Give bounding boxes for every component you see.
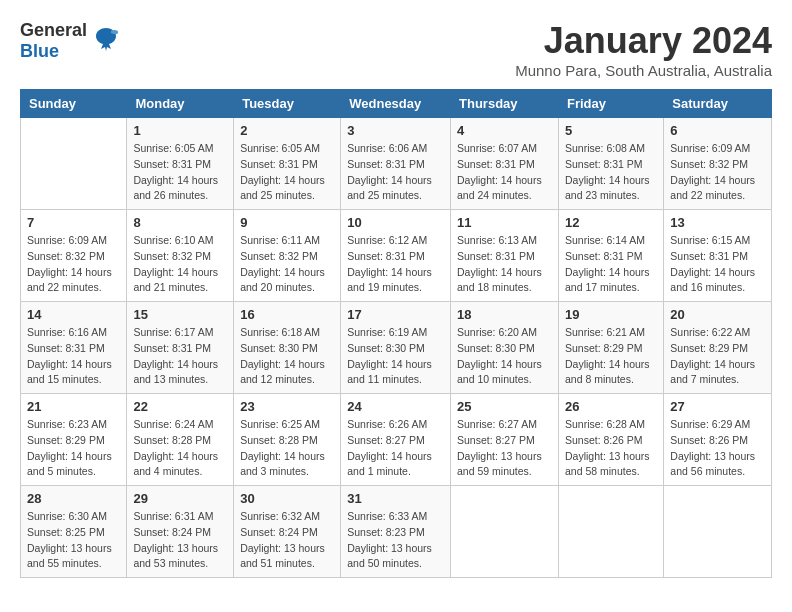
day-number: 27 — [670, 399, 765, 414]
day-number: 15 — [133, 307, 227, 322]
calendar-cell: 28Sunrise: 6:30 AM Sunset: 8:25 PM Dayli… — [21, 486, 127, 578]
day-number: 30 — [240, 491, 334, 506]
calendar-cell: 9Sunrise: 6:11 AM Sunset: 8:32 PM Daylig… — [234, 210, 341, 302]
day-info: Sunrise: 6:11 AM Sunset: 8:32 PM Dayligh… — [240, 233, 334, 296]
day-number: 28 — [27, 491, 120, 506]
calendar-cell: 15Sunrise: 6:17 AM Sunset: 8:31 PM Dayli… — [127, 302, 234, 394]
day-info: Sunrise: 6:23 AM Sunset: 8:29 PM Dayligh… — [27, 417, 120, 480]
calendar-cell: 8Sunrise: 6:10 AM Sunset: 8:32 PM Daylig… — [127, 210, 234, 302]
calendar-cell — [21, 118, 127, 210]
day-info: Sunrise: 6:21 AM Sunset: 8:29 PM Dayligh… — [565, 325, 657, 388]
calendar-cell: 23Sunrise: 6:25 AM Sunset: 8:28 PM Dayli… — [234, 394, 341, 486]
calendar-cell: 10Sunrise: 6:12 AM Sunset: 8:31 PM Dayli… — [341, 210, 451, 302]
day-info: Sunrise: 6:24 AM Sunset: 8:28 PM Dayligh… — [133, 417, 227, 480]
calendar-cell: 1Sunrise: 6:05 AM Sunset: 8:31 PM Daylig… — [127, 118, 234, 210]
calendar-cell: 7Sunrise: 6:09 AM Sunset: 8:32 PM Daylig… — [21, 210, 127, 302]
day-number: 23 — [240, 399, 334, 414]
calendar-table: SundayMondayTuesdayWednesdayThursdayFrid… — [20, 89, 772, 578]
day-number: 18 — [457, 307, 552, 322]
day-number: 5 — [565, 123, 657, 138]
day-number: 3 — [347, 123, 444, 138]
weekday-header-saturday: Saturday — [664, 90, 772, 118]
day-info: Sunrise: 6:29 AM Sunset: 8:26 PM Dayligh… — [670, 417, 765, 480]
calendar-cell: 17Sunrise: 6:19 AM Sunset: 8:30 PM Dayli… — [341, 302, 451, 394]
calendar-week-row: 1Sunrise: 6:05 AM Sunset: 8:31 PM Daylig… — [21, 118, 772, 210]
day-number: 10 — [347, 215, 444, 230]
calendar-cell: 14Sunrise: 6:16 AM Sunset: 8:31 PM Dayli… — [21, 302, 127, 394]
day-info: Sunrise: 6:17 AM Sunset: 8:31 PM Dayligh… — [133, 325, 227, 388]
day-info: Sunrise: 6:10 AM Sunset: 8:32 PM Dayligh… — [133, 233, 227, 296]
calendar-cell: 24Sunrise: 6:26 AM Sunset: 8:27 PM Dayli… — [341, 394, 451, 486]
day-info: Sunrise: 6:22 AM Sunset: 8:29 PM Dayligh… — [670, 325, 765, 388]
calendar-cell: 27Sunrise: 6:29 AM Sunset: 8:26 PM Dayli… — [664, 394, 772, 486]
day-number: 12 — [565, 215, 657, 230]
calendar-cell — [451, 486, 559, 578]
day-number: 2 — [240, 123, 334, 138]
day-number: 11 — [457, 215, 552, 230]
calendar-cell: 6Sunrise: 6:09 AM Sunset: 8:32 PM Daylig… — [664, 118, 772, 210]
day-number: 4 — [457, 123, 552, 138]
calendar-cell: 31Sunrise: 6:33 AM Sunset: 8:23 PM Dayli… — [341, 486, 451, 578]
calendar-cell: 3Sunrise: 6:06 AM Sunset: 8:31 PM Daylig… — [341, 118, 451, 210]
day-info: Sunrise: 6:30 AM Sunset: 8:25 PM Dayligh… — [27, 509, 120, 572]
day-number: 17 — [347, 307, 444, 322]
day-info: Sunrise: 6:05 AM Sunset: 8:31 PM Dayligh… — [240, 141, 334, 204]
day-number: 26 — [565, 399, 657, 414]
day-info: Sunrise: 6:32 AM Sunset: 8:24 PM Dayligh… — [240, 509, 334, 572]
title-block: January 2024 Munno Para, South Australia… — [515, 20, 772, 79]
calendar-cell — [558, 486, 663, 578]
day-number: 6 — [670, 123, 765, 138]
weekday-header-sunday: Sunday — [21, 90, 127, 118]
day-info: Sunrise: 6:18 AM Sunset: 8:30 PM Dayligh… — [240, 325, 334, 388]
weekday-header-row: SundayMondayTuesdayWednesdayThursdayFrid… — [21, 90, 772, 118]
calendar-cell: 29Sunrise: 6:31 AM Sunset: 8:24 PM Dayli… — [127, 486, 234, 578]
day-info: Sunrise: 6:15 AM Sunset: 8:31 PM Dayligh… — [670, 233, 765, 296]
day-number: 31 — [347, 491, 444, 506]
day-info: Sunrise: 6:12 AM Sunset: 8:31 PM Dayligh… — [347, 233, 444, 296]
logo: General Blue — [20, 20, 121, 62]
day-number: 22 — [133, 399, 227, 414]
calendar-cell: 18Sunrise: 6:20 AM Sunset: 8:30 PM Dayli… — [451, 302, 559, 394]
calendar-cell: 20Sunrise: 6:22 AM Sunset: 8:29 PM Dayli… — [664, 302, 772, 394]
day-info: Sunrise: 6:33 AM Sunset: 8:23 PM Dayligh… — [347, 509, 444, 572]
header: General Blue January 2024 Munno Para, So… — [20, 20, 772, 79]
day-info: Sunrise: 6:05 AM Sunset: 8:31 PM Dayligh… — [133, 141, 227, 204]
day-number: 16 — [240, 307, 334, 322]
calendar-cell: 19Sunrise: 6:21 AM Sunset: 8:29 PM Dayli… — [558, 302, 663, 394]
calendar-cell: 22Sunrise: 6:24 AM Sunset: 8:28 PM Dayli… — [127, 394, 234, 486]
day-number: 29 — [133, 491, 227, 506]
weekday-header-monday: Monday — [127, 90, 234, 118]
weekday-header-tuesday: Tuesday — [234, 90, 341, 118]
day-number: 24 — [347, 399, 444, 414]
day-number: 19 — [565, 307, 657, 322]
calendar-cell: 25Sunrise: 6:27 AM Sunset: 8:27 PM Dayli… — [451, 394, 559, 486]
calendar-cell: 11Sunrise: 6:13 AM Sunset: 8:31 PM Dayli… — [451, 210, 559, 302]
day-info: Sunrise: 6:19 AM Sunset: 8:30 PM Dayligh… — [347, 325, 444, 388]
calendar-cell: 5Sunrise: 6:08 AM Sunset: 8:31 PM Daylig… — [558, 118, 663, 210]
weekday-header-wednesday: Wednesday — [341, 90, 451, 118]
calendar-title: January 2024 — [515, 20, 772, 62]
weekday-header-friday: Friday — [558, 90, 663, 118]
day-info: Sunrise: 6:07 AM Sunset: 8:31 PM Dayligh… — [457, 141, 552, 204]
weekday-header-thursday: Thursday — [451, 90, 559, 118]
day-info: Sunrise: 6:25 AM Sunset: 8:28 PM Dayligh… — [240, 417, 334, 480]
calendar-cell: 12Sunrise: 6:14 AM Sunset: 8:31 PM Dayli… — [558, 210, 663, 302]
logo-bird-icon — [91, 23, 121, 59]
day-info: Sunrise: 6:31 AM Sunset: 8:24 PM Dayligh… — [133, 509, 227, 572]
calendar-cell: 21Sunrise: 6:23 AM Sunset: 8:29 PM Dayli… — [21, 394, 127, 486]
day-info: Sunrise: 6:28 AM Sunset: 8:26 PM Dayligh… — [565, 417, 657, 480]
calendar-cell: 26Sunrise: 6:28 AM Sunset: 8:26 PM Dayli… — [558, 394, 663, 486]
day-info: Sunrise: 6:06 AM Sunset: 8:31 PM Dayligh… — [347, 141, 444, 204]
day-info: Sunrise: 6:13 AM Sunset: 8:31 PM Dayligh… — [457, 233, 552, 296]
calendar-cell: 30Sunrise: 6:32 AM Sunset: 8:24 PM Dayli… — [234, 486, 341, 578]
day-info: Sunrise: 6:14 AM Sunset: 8:31 PM Dayligh… — [565, 233, 657, 296]
calendar-cell: 4Sunrise: 6:07 AM Sunset: 8:31 PM Daylig… — [451, 118, 559, 210]
day-number: 14 — [27, 307, 120, 322]
day-number: 9 — [240, 215, 334, 230]
day-number: 7 — [27, 215, 120, 230]
day-number: 20 — [670, 307, 765, 322]
logo-blue: Blue — [20, 41, 59, 61]
day-number: 21 — [27, 399, 120, 414]
logo-general: General — [20, 20, 87, 40]
day-info: Sunrise: 6:20 AM Sunset: 8:30 PM Dayligh… — [457, 325, 552, 388]
